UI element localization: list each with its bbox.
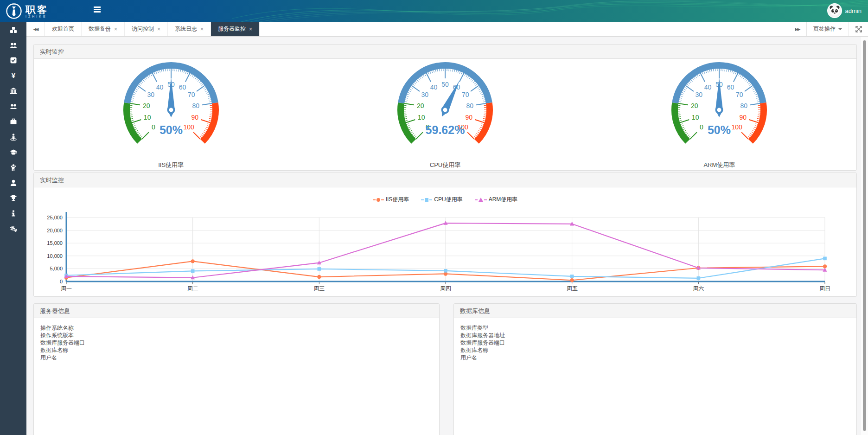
tab-label: 欢迎首页: [52, 25, 74, 33]
svg-text:100: 100: [183, 123, 194, 131]
tab-3[interactable]: 系统日志×: [168, 22, 211, 36]
user-menu[interactable]: admin: [827, 3, 862, 18]
database-info-title: 数据库信息: [454, 304, 856, 318]
scrollbar-thumb[interactable]: [863, 40, 866, 431]
svg-text:周六: 周六: [693, 285, 704, 292]
svg-text:周三: 周三: [313, 285, 325, 292]
username-label: admin: [845, 7, 862, 14]
hamburger-menu-icon[interactable]: [92, 6, 102, 15]
svg-text:15,000: 15,000: [47, 240, 63, 246]
tab-operations-dropdown[interactable]: 页签操作: [806, 22, 849, 36]
svg-text:30: 30: [421, 91, 429, 98]
gauge-value: 50%: [708, 123, 731, 136]
database-info-list: 数据库类型数据库服务器地址数据库服务器端口数据库名称用户名: [454, 318, 856, 367]
logo-title: 职客: [26, 5, 49, 15]
sidebar-item-9[interactable]: [0, 160, 26, 175]
street-view-icon: [10, 133, 17, 141]
tab-2[interactable]: 访问控制×: [125, 22, 168, 36]
expand-arrows-icon: [855, 26, 862, 32]
legend-item[interactable]: IIS使用率: [373, 193, 409, 206]
sidebar-item-8[interactable]: [0, 144, 26, 160]
info-line: 用户名: [40, 354, 433, 361]
info-line: 操作系统名称: [40, 324, 433, 332]
svg-text:周一: 周一: [61, 285, 72, 292]
gears-icon: [10, 225, 17, 232]
open-tabs: 欢迎首页数据备份×访问控制×系统日志×服务器监控×: [45, 22, 260, 36]
svg-text:0: 0: [60, 279, 63, 284]
svg-text:30: 30: [696, 91, 703, 98]
tab-1[interactable]: 数据备份×: [82, 22, 125, 36]
graduation-cap-icon: [10, 148, 17, 156]
svg-text:周四: 周四: [440, 285, 451, 292]
triangle-legend-marker-icon: [475, 198, 487, 202]
svg-text:0: 0: [152, 123, 155, 131]
gauges-row: 010203040506070809010050%IIS使用率010203040…: [34, 59, 856, 169]
info-line: 数据库名称: [40, 346, 433, 354]
svg-text:70: 70: [188, 91, 195, 98]
app-logo[interactable]: 职客 IZHIKE: [6, 3, 49, 19]
tab-close-icon[interactable]: ×: [157, 26, 160, 32]
vertical-scrollbar: [861, 37, 868, 435]
legend-label: ARM使用率: [489, 196, 518, 204]
svg-text:40: 40: [704, 83, 712, 91]
svg-text:80: 80: [466, 102, 474, 109]
svg-text:周五: 周五: [567, 285, 578, 292]
svg-text:60: 60: [727, 83, 734, 91]
server-info-panel: 服务器信息 操作系统名称操作系统版本数据库服务器端口数据库名称用户名: [33, 303, 440, 435]
tab-close-icon[interactable]: ×: [249, 26, 252, 32]
svg-text:100: 100: [732, 123, 743, 131]
sidebar-item-4[interactable]: [0, 83, 26, 98]
svg-text:10: 10: [418, 114, 425, 121]
tab-0[interactable]: 欢迎首页: [45, 22, 82, 36]
svg-text:10: 10: [692, 114, 699, 121]
sidebar-item-10[interactable]: [0, 175, 26, 190]
info-line: 数据库服务器地址: [460, 332, 850, 339]
sidebar-item-5[interactable]: [0, 98, 26, 114]
sidebar-item-3[interactable]: ¥: [0, 68, 26, 83]
gauge-chart: 010203040506070809010050%: [654, 62, 784, 158]
chevron-down-icon: [838, 28, 842, 30]
sidebar-item-11[interactable]: [0, 190, 26, 205]
tabs-scroll-right-icon[interactable]: ▶▶: [788, 22, 806, 36]
svg-text:0: 0: [700, 123, 703, 131]
svg-text:70: 70: [736, 91, 743, 98]
chart-panel-title: 实时监控: [34, 173, 856, 187]
sidebar-item-6[interactable]: [0, 114, 26, 129]
svg-text:40: 40: [430, 83, 438, 91]
yuan-icon: ¥: [10, 72, 17, 79]
tab-label: 系统日志: [175, 25, 197, 33]
logo-text: 职客 IZHIKE: [26, 5, 49, 18]
main-content: 实时监控 010203040506070809010050%IIS使用率0102…: [26, 37, 868, 435]
sidebar-item-1[interactable]: [0, 37, 26, 52]
gauge-label: IIS使用率: [34, 161, 308, 169]
realtime-chart-panel: 实时监控 IIS使用率CPU使用率ARM使用率 05,00010,00015,0…: [33, 173, 857, 297]
gauge-value: 59.62%: [426, 123, 465, 136]
tab-close-icon[interactable]: ×: [114, 26, 117, 32]
fullscreen-toggle-button[interactable]: [849, 22, 868, 36]
legend-item[interactable]: ARM使用率: [475, 193, 518, 206]
svg-text:25,000: 25,000: [47, 215, 63, 220]
legend-item[interactable]: CPU使用率: [421, 193, 462, 206]
sidebar-item-2[interactable]: [0, 52, 26, 68]
sidebar-item-0[interactable]: [0, 22, 26, 37]
tab-label: 访问控制: [132, 25, 154, 33]
info-line: 数据库类型: [460, 324, 850, 332]
sidebar-item-12[interactable]: [0, 205, 26, 221]
tab-4-active[interactable]: 服务器监控×: [211, 22, 260, 36]
circle-legend-marker-icon: [373, 198, 384, 202]
top-navbar: 职客 IZHIKE admin: [0, 0, 868, 22]
svg-text:90: 90: [740, 114, 747, 121]
tab-close-icon[interactable]: ×: [200, 26, 204, 32]
tab-label: 服务器监控: [218, 25, 246, 33]
tabs-scroll-left-icon[interactable]: ◀◀: [26, 22, 45, 36]
gauge-chart: 010203040506070809010050%: [106, 62, 236, 158]
gauge-2: 010203040506070809010050%ARM使用率: [582, 62, 856, 169]
sidebar-item-7[interactable]: [0, 129, 26, 144]
sidebar-item-13[interactable]: [0, 221, 26, 236]
users-icon: [10, 102, 17, 110]
check-square-icon: [10, 57, 17, 64]
user-icon: [10, 179, 17, 186]
sidebar-nav: ¥: [0, 22, 26, 435]
svg-text:30: 30: [147, 91, 154, 98]
svg-text:20: 20: [143, 102, 150, 109]
